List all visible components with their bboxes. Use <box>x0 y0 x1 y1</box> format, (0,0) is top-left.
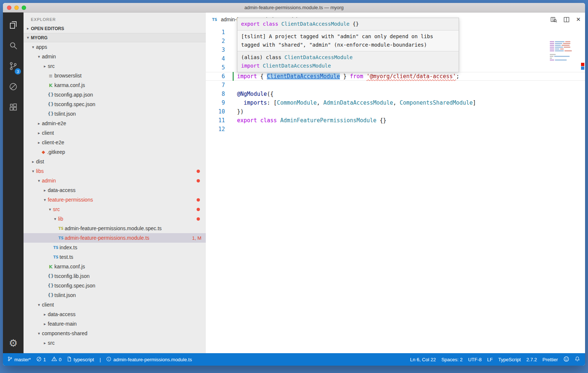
statusbar-item-doc[interactable]: typescript <box>67 356 94 363</box>
line-number: 6 <box>206 72 225 81</box>
tree-item-admin-e2e[interactable]: ▸admin-e2e <box>24 119 206 128</box>
tree-item-label: admin <box>42 178 56 184</box>
statusbar-item-error[interactable]: 1 <box>36 356 46 363</box>
minimap-segment <box>564 47 570 48</box>
tree-item-client-e2e[interactable]: ▸client-e2e <box>24 138 206 147</box>
statusbar-item-warning[interactable]: 0 <box>51 356 61 362</box>
root-folder-section[interactable]: ▾ MYORG <box>24 33 206 42</box>
tree-item-label: karma.conf.js <box>54 264 85 269</box>
tree-item-admin-feature-permissions-module-spec-ts[interactable]: TSadmin-feature-permissions.module.spec.… <box>24 224 206 233</box>
overview-ruler[interactable] <box>580 12 585 353</box>
file-tree: ▾apps▾admin▸src≡browserslistKkarma.conf.… <box>24 42 206 353</box>
statusbar-item-smiley[interactable] <box>563 356 569 363</box>
tree-item-test-ts[interactable]: TStest.ts <box>24 252 206 262</box>
statusbar-item[interactable]: 2.7.2 <box>526 357 537 362</box>
tree-item-lib[interactable]: ▾lib <box>24 214 206 224</box>
tree-item-tsconfig-spec-json[interactable]: {}tsconfig.spec.json <box>24 99 206 109</box>
activitybar-search[interactable] <box>3 36 24 57</box>
minimap[interactable] <box>550 41 575 63</box>
code-line-7[interactable]: 7 <box>206 81 585 90</box>
info-marker <box>581 66 584 70</box>
statusbar-item[interactable]: Ln 6, Col 22 <box>410 357 436 362</box>
activitybar-source-control[interactable]: 3 <box>3 57 24 77</box>
status-bar-right: Ln 6, Col 22Spaces: 2UTF-8LFTypeScript2.… <box>410 356 580 363</box>
open-editors-section[interactable]: ▸ OPEN EDITORS <box>24 24 206 33</box>
tree-item-label: tsconfig.spec.json <box>54 101 95 107</box>
statusbar-item[interactable]: UTF-8 <box>468 357 482 362</box>
activitybar-debug[interactable] <box>3 77 24 98</box>
code-line-6[interactable]: 6import { ClientDataAccessModule } from … <box>206 72 585 81</box>
chevron-right-icon: ▸ <box>36 121 42 126</box>
statusbar-item-label: master* <box>14 357 31 362</box>
code-area[interactable]: 123;4';56import { ClientDataAccessModule… <box>206 26 585 353</box>
tree-item-admin[interactable]: ▾admin <box>24 52 206 61</box>
explorer-sidebar: EXPLORER ▸ OPEN EDITORS ▾ MYORG ▾apps▾ad… <box>24 12 206 353</box>
tree-item-tslint-json[interactable]: {}tslint.json <box>24 290 206 300</box>
zoom-window-button[interactable] <box>22 6 26 10</box>
tree-item-tslint-json[interactable]: {}tslint.json <box>24 109 206 119</box>
tree-item-admin[interactable]: ▾admin <box>24 176 206 185</box>
split-editor-icon[interactable] <box>563 16 570 23</box>
ts-icon: TS <box>52 246 60 250</box>
tree-item-data-access[interactable]: ▸data-access <box>24 309 206 319</box>
tree-item-karma-conf-js[interactable]: Kkarma.conf.js <box>24 262 206 271</box>
token: ClientDataAccessModule <box>284 54 352 60</box>
minimap-segment <box>564 50 572 51</box>
statusbar-item[interactable]: Spaces: 2 <box>441 357 463 362</box>
tree-item-client[interactable]: ▾client <box>24 300 206 309</box>
tree-item-feature-main[interactable]: ▸feature-main <box>24 319 206 329</box>
tree-item-label: browserslist <box>54 73 82 79</box>
code-line-10[interactable]: 10}) <box>206 107 585 116</box>
branch-icon <box>7 356 12 363</box>
minimap-segment <box>555 59 567 61</box>
tree-item-dist[interactable]: ▸dist <box>24 157 206 166</box>
tree-item-browserslist[interactable]: ≡browserslist <box>24 71 206 80</box>
line-number: 5 <box>206 63 225 72</box>
statusbar-item[interactable]: Prettier <box>542 357 558 362</box>
tree-item-tsconfig-lib-json[interactable]: {}tsconfig.lib.json <box>24 271 206 281</box>
json-icon: {} <box>47 102 54 107</box>
close-window-button[interactable] <box>7 6 11 10</box>
activitybar-explorer[interactable] <box>3 15 24 36</box>
code-line-11[interactable]: 11export class AdminFeaturePermissionsMo… <box>206 116 585 125</box>
tree-item-label: libs <box>36 168 44 174</box>
minimize-window-button[interactable] <box>14 6 19 10</box>
tree-item-client[interactable]: ▸client <box>24 128 206 138</box>
code-line-8[interactable]: 8@NgModule({ <box>206 90 585 98</box>
tree-item-apps[interactable]: ▾apps <box>24 42 206 52</box>
tree-item-data-access[interactable]: ▸data-access <box>24 185 206 195</box>
open-changes-icon[interactable] <box>550 16 557 23</box>
statusbar-item-bell[interactable] <box>575 356 580 363</box>
statusbar-item[interactable]: LF <box>487 357 493 362</box>
json-icon: {} <box>47 293 54 298</box>
tree-item-feature-permissions[interactable]: ▾feature-permissions <box>24 195 206 204</box>
code-line-12[interactable]: 12 <box>206 125 585 134</box>
statusbar-item[interactable]: TypeScript <box>498 357 521 362</box>
tree-item-karma-conf-js[interactable]: Kkarma.conf.js <box>24 80 206 90</box>
statusbar-item-branch[interactable]: master* <box>7 356 31 363</box>
line-number: 2 <box>206 37 225 46</box>
code-line-9[interactable]: 9 imports: [CommonModule, AdminDataAcces… <box>206 98 585 107</box>
tree-item-label: apps <box>36 44 47 50</box>
chevron-down-icon: ▾ <box>25 35 31 40</box>
statusbar-item-label: 2.7.2 <box>526 357 537 362</box>
tree-item-tsconfig-spec-json[interactable]: {}tsconfig.spec.json <box>24 281 206 290</box>
tree-item-components-shared[interactable]: ▾components-shared <box>24 329 206 338</box>
tree-item-tsconfig-app-json[interactable]: {}tsconfig.app.json <box>24 90 206 99</box>
minimap-segment <box>550 54 556 55</box>
tree-item-src[interactable]: ▸src <box>24 61 206 71</box>
tree-item-label: tsconfig.lib.json <box>54 273 90 279</box>
tree-item--gitkeep[interactable]: ◆.gitkeep <box>24 147 206 157</box>
tree-item-admin-feature-permissions-module-ts[interactable]: TSadmin-feature-permissions.module.ts1, … <box>24 233 206 243</box>
doc-icon <box>67 356 72 363</box>
tree-item-label: admin-feature-permissions.module.ts <box>65 235 149 241</box>
statusbar-item-info[interactable]: admin-feature-permissions.module.ts <box>106 356 192 363</box>
files-icon <box>8 20 18 31</box>
tree-item-src[interactable]: ▾src <box>24 204 206 214</box>
tree-item-index-ts[interactable]: TSindex.ts <box>24 243 206 252</box>
tree-item-src[interactable]: ▸src <box>24 338 206 348</box>
tree-item-libs[interactable]: ▾libs <box>24 166 206 176</box>
activitybar-extensions[interactable] <box>3 98 24 118</box>
traffic-lights <box>7 6 26 10</box>
gear-icon[interactable]: ⚙ <box>9 337 18 349</box>
